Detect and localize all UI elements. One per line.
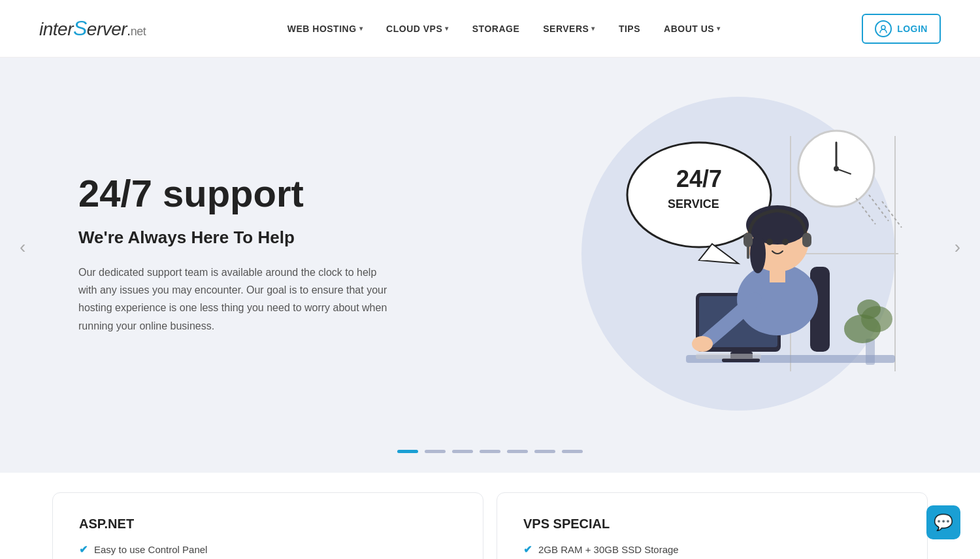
svg-text:SERVICE: SERVICE <box>668 197 719 211</box>
check-icon: ✔ <box>79 543 88 556</box>
carousel-prev-button[interactable]: ‹ <box>13 230 32 264</box>
svg-line-35 <box>869 195 889 221</box>
nav-servers[interactable]: SERVERS ▾ <box>543 24 595 34</box>
svg-line-36 <box>856 198 875 224</box>
feature-vps-list: ✔ 2GB RAM + 30GB SSD Storage ✔ Multiple … <box>523 543 901 559</box>
carousel-dot-7[interactable] <box>562 450 583 453</box>
list-item: ✔ Easy to use Control Panel <box>79 543 457 556</box>
support-illustration: 24/7 SERVICE <box>568 97 908 411</box>
carousel-next-button[interactable]: › <box>948 230 967 264</box>
svg-rect-27 <box>802 233 811 247</box>
nav-storage[interactable]: STORAGE <box>472 24 519 34</box>
hero-section: ‹ 24/7 support We're Always Here To Help… <box>0 58 980 437</box>
chat-widget-button[interactable]: 💬 <box>926 505 960 539</box>
hero-title: 24/7 support <box>78 173 418 214</box>
carousel-dot-5[interactable] <box>507 450 528 453</box>
logo-s: S <box>73 16 87 40</box>
carousel-dot-6[interactable] <box>534 450 555 453</box>
hero-description: Our dedicated support team is available … <box>78 263 392 335</box>
main-nav: WEB HOSTING ▾ CLOUD VPS ▾ STORAGE SERVER… <box>287 24 721 34</box>
feature-card-aspnet: ASP.NET ✔ Easy to use Control Panel ✔ Sp… <box>52 492 483 559</box>
carousel-dot-1[interactable] <box>397 450 418 453</box>
logo-net: net <box>131 25 146 38</box>
svg-point-33 <box>857 299 881 319</box>
carousel-dot-3[interactable] <box>452 450 473 453</box>
user-icon <box>875 20 892 37</box>
carousel-dot-2[interactable] <box>425 450 446 453</box>
nav-tips[interactable]: TIPS <box>619 24 640 34</box>
nav-about-us[interactable]: ABOUT US ▾ <box>664 24 721 34</box>
feature-card-vps: VPS SPECIAL ✔ 2GB RAM + 30GB SSD Storage… <box>497 492 928 559</box>
chat-icon: 💬 <box>934 513 953 532</box>
svg-point-0 <box>881 25 885 29</box>
svg-point-24 <box>766 239 773 245</box>
svg-point-25 <box>782 239 789 245</box>
nav-web-hosting[interactable]: WEB HOSTING ▾ <box>287 24 363 34</box>
header: interServer.net WEB HOSTING ▾ CLOUD VPS … <box>0 0 980 58</box>
svg-line-34 <box>882 201 902 228</box>
logo[interactable]: interServer.net <box>39 16 146 41</box>
feature-vps-title: VPS SPECIAL <box>523 517 901 532</box>
feature-aspnet-list: ✔ Easy to use Control Panel ✔ Speed Opti… <box>79 543 457 559</box>
chevron-down-icon: ▾ <box>359 25 363 32</box>
svg-rect-18 <box>696 354 761 359</box>
hero-illustration: 24/7 SERVICE <box>549 97 928 411</box>
hero-content: 24/7 support We're Always Here To Help O… <box>78 173 418 335</box>
list-item: ✔ 2GB RAM + 30GB SSD Storage <box>523 543 901 556</box>
carousel-dots <box>0 437 980 473</box>
chevron-down-icon: ▾ <box>717 25 721 32</box>
login-button[interactable]: LOGIN <box>862 14 941 44</box>
svg-rect-23 <box>770 269 785 282</box>
carousel-dot-4[interactable] <box>480 450 500 453</box>
hero-subtitle: We're Always Here To Help <box>78 228 418 248</box>
logo-erver: erver <box>87 19 127 39</box>
svg-text:24/7: 24/7 <box>676 165 722 192</box>
svg-point-29 <box>692 336 713 352</box>
features-section: ASP.NET ✔ Easy to use Control Panel ✔ Sp… <box>0 473 980 559</box>
logo-inter: inter <box>39 19 73 39</box>
chevron-down-icon: ▾ <box>445 25 449 32</box>
chevron-down-icon: ▾ <box>591 25 595 32</box>
check-icon: ✔ <box>523 543 532 556</box>
svg-rect-28 <box>747 239 749 259</box>
nav-cloud-vps[interactable]: CLOUD VPS ▾ <box>386 24 449 34</box>
feature-aspnet-title: ASP.NET <box>79 517 457 532</box>
